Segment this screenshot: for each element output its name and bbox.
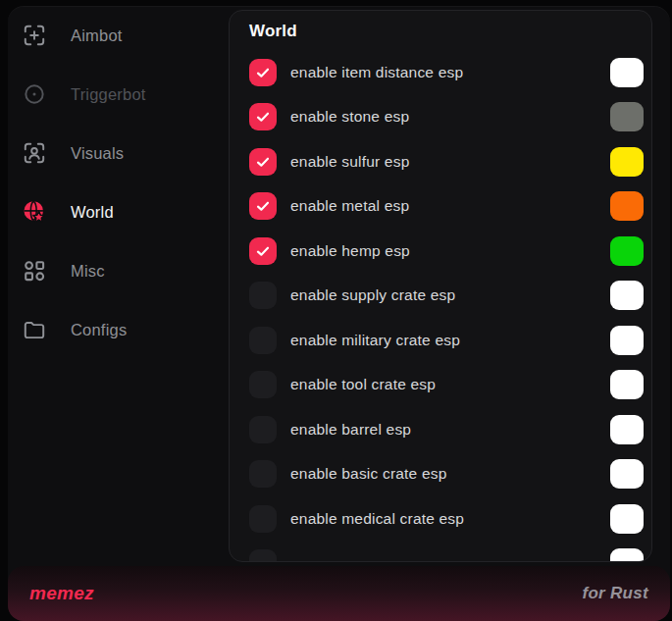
sidebar-item-visuals[interactable]: Visuals <box>8 124 229 182</box>
world-panel: World enable item distance esp enable st… <box>229 10 652 562</box>
esp-checkbox[interactable] <box>249 460 277 488</box>
page-title: World <box>249 22 651 41</box>
sidebar-item-aimbot[interactable]: Aimbot <box>8 6 229 65</box>
sidebar-item-world[interactable]: World <box>8 182 229 241</box>
esp-option-label: enable item distance esp <box>290 64 463 81</box>
esp-color-swatch[interactable] <box>610 236 644 266</box>
esp-color-swatch[interactable] <box>610 548 644 562</box>
esp-color-swatch[interactable] <box>610 58 644 87</box>
esp-option-list: enable item distance esp enable stone es… <box>230 50 651 562</box>
sidebar-item-triggerbot[interactable]: Triggerbot <box>8 65 229 124</box>
esp-option-label: enable basic crate esp <box>290 465 447 483</box>
check-icon <box>255 198 271 214</box>
check-icon <box>255 109 271 125</box>
esp-color-swatch[interactable] <box>610 370 644 399</box>
esp-option-label: enable stone esp <box>290 108 409 126</box>
esp-checkbox[interactable] <box>249 327 277 354</box>
esp-color-swatch[interactable] <box>610 504 644 534</box>
footer-bar: memez for Rust <box>8 566 670 621</box>
esp-option-label: enable medical crate esp <box>290 510 464 528</box>
esp-option-row: enable hemp esp <box>230 229 651 274</box>
sidebar-item-label: Visuals <box>71 144 124 163</box>
brand-logo-text: memez <box>29 583 94 604</box>
footer-tagline: for Rust <box>582 584 648 603</box>
sidebar-item-configs[interactable]: Configs <box>8 300 229 359</box>
sidebar-item-label: Aimbot <box>71 26 123 45</box>
esp-option-row: enable tool crate esp <box>230 363 651 408</box>
esp-checkbox[interactable] <box>249 237 277 265</box>
esp-color-swatch[interactable] <box>610 191 644 221</box>
esp-option-row: enable supply crate esp <box>230 274 651 319</box>
esp-option-label: enable tool crate esp <box>290 376 436 393</box>
esp-color-swatch[interactable] <box>610 102 644 131</box>
check-icon <box>255 154 271 170</box>
sidebar-item-label: Configs <box>71 321 127 339</box>
configs-icon <box>22 317 47 342</box>
esp-checkbox[interactable] <box>249 59 277 86</box>
esp-option-row: enable stone esp <box>230 95 651 140</box>
esp-checkbox[interactable] <box>249 192 277 220</box>
esp-option-row: enable barrel esp <box>230 407 651 452</box>
sidebar-item-label: Misc <box>71 262 105 281</box>
esp-option-label: enable sulfur esp <box>290 153 409 171</box>
check-icon <box>255 65 271 80</box>
esp-option-row: enable sulfur esp <box>230 139 651 184</box>
esp-checkbox[interactable] <box>249 549 277 562</box>
misc-icon <box>22 258 47 284</box>
esp-option-label: enable metal esp <box>290 197 409 215</box>
esp-checkbox[interactable] <box>249 371 277 398</box>
esp-color-swatch[interactable] <box>610 281 644 310</box>
esp-option-row: enable item distance esp <box>230 50 651 95</box>
cheat-menu-window: Aimbot Triggerbot Visuals World Misc Con… <box>8 6 670 621</box>
sidebar-item-label: Triggerbot <box>71 85 146 104</box>
visuals-icon <box>22 140 47 166</box>
sidebar: Aimbot Triggerbot Visuals World Misc Con… <box>8 6 229 359</box>
esp-option-row: enable medical crate esp <box>230 496 651 542</box>
esp-option-row <box>230 542 651 563</box>
esp-option-label: enable barrel esp <box>290 421 411 439</box>
esp-option-label: enable hemp esp <box>290 242 410 260</box>
check-icon <box>255 243 271 259</box>
aimbot-icon <box>22 23 47 48</box>
esp-color-swatch[interactable] <box>610 147 644 177</box>
esp-option-row: enable military crate esp <box>230 318 651 363</box>
esp-checkbox[interactable] <box>249 505 277 533</box>
esp-color-swatch[interactable] <box>610 326 644 355</box>
sidebar-item-label: World <box>71 203 114 222</box>
sidebar-item-misc[interactable]: Misc <box>8 241 229 300</box>
esp-checkbox[interactable] <box>249 416 277 443</box>
esp-color-swatch[interactable] <box>610 415 644 444</box>
esp-checkbox[interactable] <box>249 148 277 176</box>
esp-option-row: enable metal esp <box>230 184 651 230</box>
triggerbot-icon <box>22 81 47 107</box>
esp-color-swatch[interactable] <box>610 459 644 489</box>
esp-option-row: enable basic crate esp <box>230 452 651 497</box>
esp-option-label: enable supply crate esp <box>290 286 455 304</box>
world-icon <box>22 199 47 225</box>
esp-option-label: enable military crate esp <box>290 332 460 349</box>
esp-checkbox[interactable] <box>249 282 277 309</box>
esp-checkbox[interactable] <box>249 103 277 130</box>
